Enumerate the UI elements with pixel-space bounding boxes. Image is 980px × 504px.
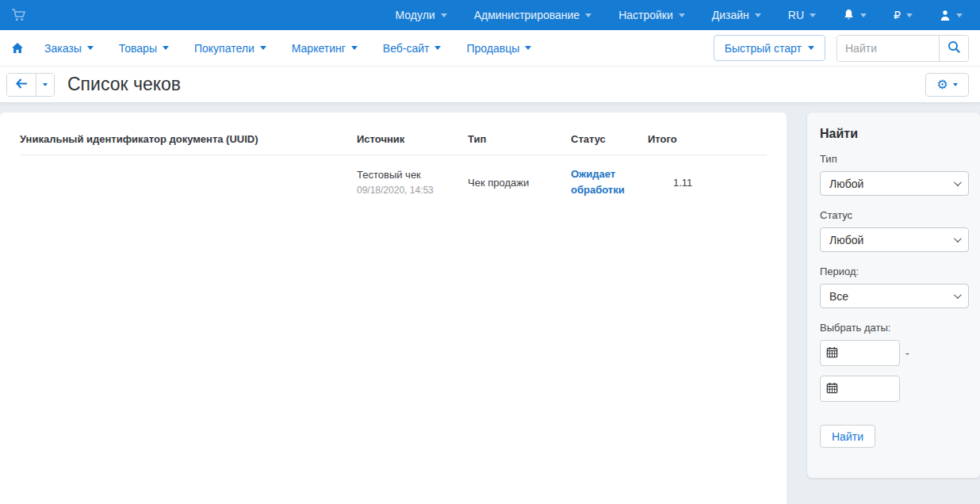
nav-item-orders[interactable]: Заказы — [44, 42, 94, 55]
chevron-down-icon — [163, 46, 169, 50]
filter-group-period: Период: Все — [820, 265, 969, 308]
nav-items: Заказы Товары Покупатели Маркетинг Веб-с… — [44, 42, 531, 55]
nav-orders-label: Заказы — [44, 42, 82, 55]
status-select[interactable]: Любой — [820, 227, 969, 252]
chevron-down-icon — [956, 13, 963, 17]
chevron-down-icon — [906, 13, 913, 17]
chevron-down-icon — [87, 46, 94, 50]
filter-search-button[interactable]: Найти — [820, 425, 875, 448]
chevron-down-icon — [585, 13, 591, 17]
period-select[interactable]: Все — [820, 284, 969, 308]
page-title: Список чеков — [67, 74, 181, 95]
cell-type: Чек продажи — [468, 155, 571, 207]
chevron-down-icon — [525, 46, 531, 50]
back-button-group — [6, 73, 55, 97]
chevron-down-icon — [808, 46, 814, 50]
page-settings-button[interactable]: ⚙ — [925, 73, 969, 97]
dates-label: Выбрать даты: — [820, 322, 969, 334]
filter-group-type: Тип Любой — [820, 153, 969, 196]
receipt-status-link[interactable]: Ожидает обработки — [571, 166, 641, 198]
date-to-row — [820, 376, 969, 402]
storefront-cart-icon[interactable] — [11, 8, 27, 22]
global-search — [836, 35, 969, 62]
chevron-down-icon — [860, 13, 867, 17]
date-to-field — [820, 376, 900, 402]
date-range-separator: - — [905, 347, 909, 360]
menu-administration[interactable]: Администрирование — [474, 9, 592, 21]
navbar-right: Быстрый старт — [714, 35, 969, 62]
menu-design-label: Дизайн — [712, 9, 749, 21]
menu-modules[interactable]: Модули — [395, 9, 446, 21]
source-title: Тестовый чек — [357, 169, 461, 181]
type-label: Тип — [820, 153, 969, 165]
notifications-menu[interactable] — [843, 9, 867, 21]
chevron-down-icon — [434, 46, 441, 50]
chevron-down-icon — [954, 178, 962, 186]
filter-title: Найти — [820, 127, 969, 141]
top-admin-bar: Модули Администрирование Настройки Дизай… — [0, 0, 980, 30]
nav-website-label: Веб-сайт — [383, 42, 430, 55]
chevron-down-icon — [679, 13, 685, 17]
chevron-down-icon — [755, 13, 761, 17]
ruble-currency-icon: ₽ — [894, 9, 901, 21]
table-row: Тестовый чек 09/18/2020, 14:53 Чек прода… — [20, 155, 767, 207]
nav-item-products[interactable]: Товары — [119, 42, 169, 55]
nav-vendors-label: Продавцы — [466, 42, 519, 55]
menu-design[interactable]: Дизайн — [712, 9, 761, 21]
menu-modules-label: Модули — [395, 9, 434, 21]
chevron-down-icon — [351, 46, 358, 50]
nav-item-vendors[interactable]: Продавцы — [466, 42, 531, 55]
chevron-down-icon — [954, 235, 962, 242]
nav-item-website[interactable]: Веб-сайт — [383, 42, 442, 55]
date-to-input[interactable] — [820, 376, 900, 402]
filter-group-dates: Выбрать даты: - — [820, 322, 969, 402]
quick-start-label: Быстрый старт — [725, 42, 802, 55]
gear-icon: ⚙ — [936, 78, 947, 91]
receipts-card: Уникальный идентификатор документа (UUID… — [0, 113, 787, 504]
page-header: Список чеков ⚙ — [0, 67, 980, 103]
cell-uuid — [20, 155, 357, 207]
header-total: Итого — [648, 133, 767, 155]
search-button[interactable] — [939, 36, 968, 61]
status-select-value: Любой — [829, 234, 863, 246]
period-label: Период: — [820, 265, 969, 277]
quick-start-button[interactable]: Быстрый старт — [714, 35, 825, 61]
type-select-value: Любой — [829, 178, 863, 190]
language-selector[interactable]: RU — [788, 9, 816, 21]
search-input[interactable] — [837, 36, 939, 61]
header-type: Тип — [468, 133, 571, 155]
user-account-menu[interactable] — [940, 10, 963, 21]
date-from-input[interactable] — [820, 340, 900, 366]
type-select[interactable]: Любой — [820, 171, 969, 196]
nav-marketing-label: Маркетинг — [292, 42, 346, 55]
back-button[interactable] — [7, 74, 36, 96]
receipts-table: Уникальный идентификатор документа (UUID… — [20, 133, 767, 206]
chevron-down-icon — [43, 83, 48, 86]
currency-selector[interactable]: ₽ — [894, 9, 913, 21]
nav-item-marketing[interactable]: Маркетинг — [292, 42, 358, 55]
chevron-down-icon — [441, 13, 447, 17]
header-source: Источник — [357, 133, 468, 155]
total-value: 1.11 — [673, 177, 692, 189]
home-icon[interactable] — [11, 42, 24, 54]
menu-settings[interactable]: Настройки — [618, 9, 685, 21]
main-navbar: Заказы Товары Покупатели Маркетинг Веб-с… — [0, 30, 980, 67]
nav-customers-label: Покупатели — [194, 42, 255, 55]
bell-icon — [843, 9, 855, 21]
user-icon — [940, 10, 951, 21]
nav-products-label: Товары — [119, 42, 157, 55]
period-select-value: Все — [829, 290, 848, 303]
source-date: 09/18/2020, 14:53 — [357, 185, 461, 196]
menu-administration-label: Администрирование — [474, 9, 580, 21]
nav-item-customers[interactable]: Покупатели — [194, 42, 266, 55]
table-header-row: Уникальный идентификатор документа (UUID… — [20, 133, 767, 155]
cell-total: 1.11 — [648, 155, 767, 207]
chevron-down-icon — [260, 46, 266, 50]
date-from-field — [820, 340, 900, 366]
header-status: Статус — [571, 133, 648, 155]
back-history-dropdown[interactable] — [36, 74, 54, 96]
chevron-down-icon — [810, 13, 816, 17]
topbar-menus: Модули Администрирование Настройки Дизай… — [395, 9, 963, 21]
back-arrow-icon — [16, 78, 28, 91]
content-area: Уникальный идентификатор документа (UUID… — [0, 103, 980, 504]
